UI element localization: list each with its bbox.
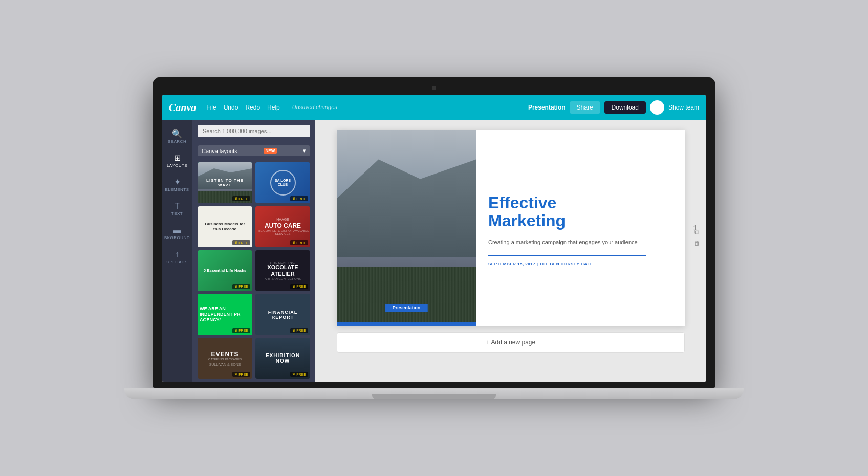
- slide-date: SEPTEMBER 15, 2017 | THE BEN DORSEY HALL: [488, 262, 675, 266]
- templates-grid: LISTEN TO THE WAVE ♛FREE SAILORSCLUB: [192, 159, 315, 382]
- template-pr[interactable]: WE ARE AN INDEPENDENT PR AGENCY/ ♛FREE: [198, 294, 252, 335]
- copy-icon[interactable]: ⧉: [694, 228, 700, 236]
- template-business[interactable]: Business Models for this Decade ♛FREE: [198, 206, 252, 247]
- slide-container: Presentation Effective Marketing C: [337, 130, 685, 326]
- unsaved-changes-label: Unsaved changes: [292, 104, 337, 111]
- search-icon: 🔍: [172, 130, 182, 138]
- slide-label-bar: Presentation: [385, 304, 428, 312]
- text-icon: T: [175, 202, 180, 210]
- template-listen[interactable]: LISTEN TO THE WAVE ♛FREE: [198, 162, 252, 203]
- template-badge-xocolate: ♛FREE: [290, 284, 308, 289]
- sidebar-bkground-label: BKGROUND: [164, 235, 190, 240]
- avatar: [650, 100, 664, 115]
- template-badge-exhibition: ♛FREE: [290, 372, 308, 377]
- laptop-shell: Canva File Undo Redo Help Unsaved change…: [153, 77, 715, 399]
- template-exhibition[interactable]: EXHIBITION NOW ♛FREE: [255, 338, 310, 379]
- show-team-button[interactable]: Show team: [650, 100, 699, 115]
- sidebar-item-text[interactable]: T TEXT: [164, 198, 190, 220]
- slide-subtitle: Creating a marketing campaign that engag…: [488, 238, 675, 247]
- left-panel: Canva layouts NEW ▾ LISTEN TO THE WAVE: [192, 120, 315, 382]
- slide-image: Presentation: [337, 130, 476, 326]
- slide-tools: ⧉ 🗑: [694, 228, 700, 247]
- undo-menu[interactable]: Undo: [224, 104, 238, 111]
- template-badge-listen: ♛FREE: [232, 196, 250, 201]
- chevron-down-icon: ▾: [303, 147, 306, 154]
- sidebar-uploads-label: UPLOADS: [166, 259, 188, 264]
- template-sailors[interactable]: SAILORSCLUB ♛FREE: [255, 162, 310, 203]
- template-events[interactable]: EVENTS CATERING PACKAGES SULLIVAN & SONS…: [198, 338, 252, 379]
- crown-icon-financial: ♛: [292, 329, 295, 333]
- navbar: Canva File Undo Redo Help Unsaved change…: [162, 95, 706, 120]
- main-content: 🔍 SEARCH ⊞ LAYOUTS ✦ ELEMENTS T: [162, 120, 706, 382]
- trash-icon[interactable]: 🗑: [694, 240, 700, 247]
- laptop-camera: [432, 86, 436, 90]
- redo-menu[interactable]: Redo: [245, 104, 260, 111]
- sidebar-item-background[interactable]: ▬ BKGROUND: [164, 222, 190, 244]
- slide-divider: [488, 255, 646, 256]
- crown-icon-pr: ♛: [234, 329, 237, 333]
- crown-icon-events: ♛: [234, 372, 237, 376]
- file-menu[interactable]: File: [206, 104, 216, 111]
- elements-icon: ✦: [174, 178, 181, 186]
- template-badge-life: ♛FREE: [232, 284, 250, 289]
- navbar-menu: File Undo Redo Help Unsaved changes: [206, 104, 528, 111]
- template-badge-auto: ♛FREE: [290, 240, 308, 245]
- layouts-dropdown[interactable]: Canva layouts NEW ▾: [198, 145, 310, 156]
- download-button[interactable]: Download: [604, 101, 646, 114]
- laptop-base: [124, 388, 744, 399]
- slide-content: Effective Marketing Creating a marketing…: [476, 130, 685, 326]
- search-input[interactable]: [198, 125, 310, 137]
- slide-title: Effective Marketing: [488, 194, 675, 230]
- template-life[interactable]: 5 Essential Life Hacks ♛FREE: [198, 250, 252, 291]
- uploads-icon: ↑: [175, 250, 179, 258]
- template-badge-events: ♛FREE: [232, 372, 250, 377]
- crown-icon-exhibition: ♛: [292, 372, 295, 376]
- sidebar-text-label: TEXT: [171, 211, 183, 216]
- layouts-header: Canva layouts NEW ▾: [192, 142, 315, 159]
- new-badge: NEW: [264, 148, 277, 154]
- sidebar-elements-label: ELEMENTS: [165, 187, 189, 192]
- share-button[interactable]: Share: [570, 101, 600, 114]
- template-badge-sailors: ♛FREE: [290, 196, 308, 201]
- template-badge-business: ♛FREE: [232, 240, 250, 245]
- template-badge-financial: ♛FREE: [290, 328, 308, 333]
- sidebar-item-elements[interactable]: ✦ ELEMENTS: [164, 174, 190, 196]
- background-icon: ▬: [173, 226, 181, 234]
- crown-icon-auto: ♛: [292, 241, 295, 245]
- navbar-right: Presentation Share Download Show team: [528, 100, 699, 115]
- template-xocolate[interactable]: PRESENTING XOCOLATEATELIER ARTISAN CONFE…: [255, 250, 310, 291]
- crown-icon-life: ♛: [234, 285, 237, 289]
- slide[interactable]: Presentation Effective Marketing C: [337, 130, 685, 326]
- layouts-icon: ⊞: [174, 154, 181, 162]
- template-badge-pr: ♛FREE: [232, 328, 250, 333]
- crown-icon-xocolate: ♛: [292, 285, 295, 289]
- template-auto[interactable]: HAAGE AUTO CARE THE COMPLETE LIST OF AVA…: [255, 206, 310, 247]
- canva-logo: Canva: [169, 102, 196, 114]
- laptop-screen-shell: Canva File Undo Redo Help Unsaved change…: [153, 77, 715, 388]
- sidebar-item-search[interactable]: 🔍 SEARCH: [164, 126, 190, 148]
- add-page-button[interactable]: + Add a new page: [337, 332, 685, 353]
- canvas-area: Presentation Effective Marketing C: [315, 120, 706, 382]
- help-menu[interactable]: Help: [267, 104, 280, 111]
- sidebar-icons: 🔍 SEARCH ⊞ LAYOUTS ✦ ELEMENTS T: [162, 120, 192, 382]
- slide-blue-bar: [337, 322, 476, 326]
- crown-icon: ♛: [234, 197, 237, 201]
- sidebar-item-uploads[interactable]: ↑ UPLOADS: [164, 246, 190, 268]
- app-container: Canva File Undo Redo Help Unsaved change…: [162, 95, 706, 382]
- crown-icon-sailors: ♛: [292, 197, 295, 201]
- sidebar-layouts-label: LAYOUTS: [167, 163, 187, 168]
- laptop-screen: Canva File Undo Redo Help Unsaved change…: [162, 95, 706, 382]
- template-financial[interactable]: FINANCIAL REPORT ♛FREE: [255, 294, 310, 335]
- search-area: [192, 120, 315, 142]
- presentation-label: Presentation: [528, 104, 566, 111]
- sidebar-item-layouts[interactable]: ⊞ LAYOUTS: [164, 150, 190, 172]
- mountain-scene: [337, 130, 476, 326]
- sidebar-search-label: SEARCH: [168, 139, 186, 144]
- crown-icon-business: ♛: [234, 241, 237, 245]
